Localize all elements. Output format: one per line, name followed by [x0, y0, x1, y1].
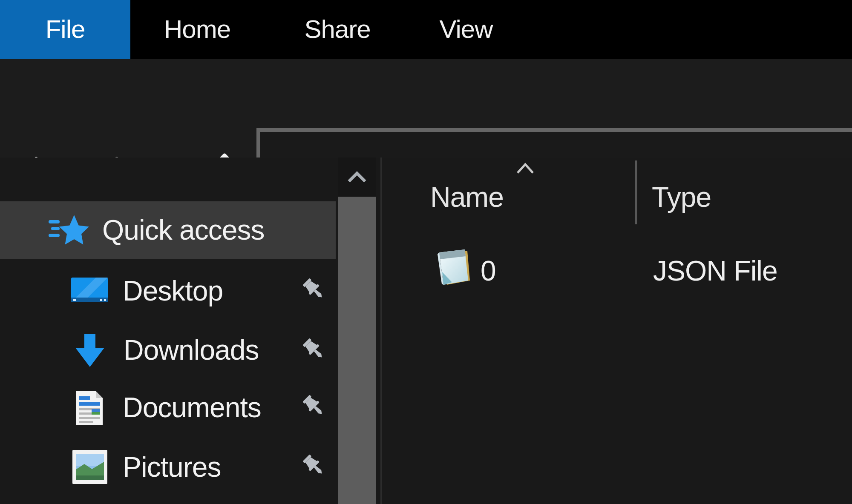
- sidebar-item-downloads[interactable]: Downloads: [0, 321, 336, 379]
- content-area: Quick access Desktop: [0, 158, 852, 504]
- tab-home[interactable]: Home: [163, 0, 231, 59]
- pin-icon: [301, 452, 327, 481]
- sidebar-item-label: Documents: [123, 379, 261, 436]
- sidebar-item-desktop[interactable]: Desktop: [0, 262, 336, 320]
- file-type: JSON File: [653, 255, 777, 287]
- pin-icon: [301, 276, 327, 304]
- scrollbar-thumb[interactable]: [338, 197, 376, 504]
- sort-ascending-icon: [515, 162, 535, 175]
- quick-access-star-icon: [48, 214, 89, 246]
- sidebar-item-quick-access[interactable]: Quick access: [0, 201, 336, 259]
- pin-icon: [301, 393, 327, 421]
- pictures-icon: [72, 450, 107, 484]
- column-header-name[interactable]: Name: [430, 181, 504, 213]
- sidebar-item-label: Desktop: [123, 262, 223, 320]
- pin-icon: [301, 336, 327, 364]
- documents-icon: [75, 390, 104, 426]
- scroll-up-button[interactable]: [338, 158, 376, 197]
- downloads-arrow-icon: [73, 333, 107, 368]
- file-explorer-window: File Home Share View: [0, 0, 852, 504]
- file-name: 0: [481, 255, 496, 287]
- sidebar-item-pictures[interactable]: Pictures: [0, 438, 336, 496]
- notepad-icon: [432, 246, 472, 286]
- tab-share[interactable]: Share: [303, 0, 371, 59]
- sidebar-item-label: Downloads: [124, 321, 259, 379]
- chevron-up-icon: [346, 170, 368, 184]
- navigation-sidebar: Quick access Desktop: [0, 158, 336, 504]
- sidebar-scrollbar[interactable]: [338, 158, 376, 504]
- tab-view[interactable]: View: [438, 0, 494, 59]
- tab-file[interactable]: File: [0, 0, 130, 59]
- sidebar-item-label: Quick access: [102, 201, 264, 259]
- desktop-icon: [71, 278, 108, 305]
- column-divider[interactable]: [635, 160, 637, 224]
- sidebar-item-label: Pictures: [123, 438, 221, 496]
- sidebar-item-documents[interactable]: Documents: [0, 379, 336, 436]
- file-list-pane: Name Type 0: [382, 158, 852, 504]
- navigation-toolbar: Pinata metadata: [0, 59, 852, 158]
- ribbon-tab-bar: File Home Share View: [0, 0, 852, 59]
- column-header-type[interactable]: Type: [652, 181, 711, 213]
